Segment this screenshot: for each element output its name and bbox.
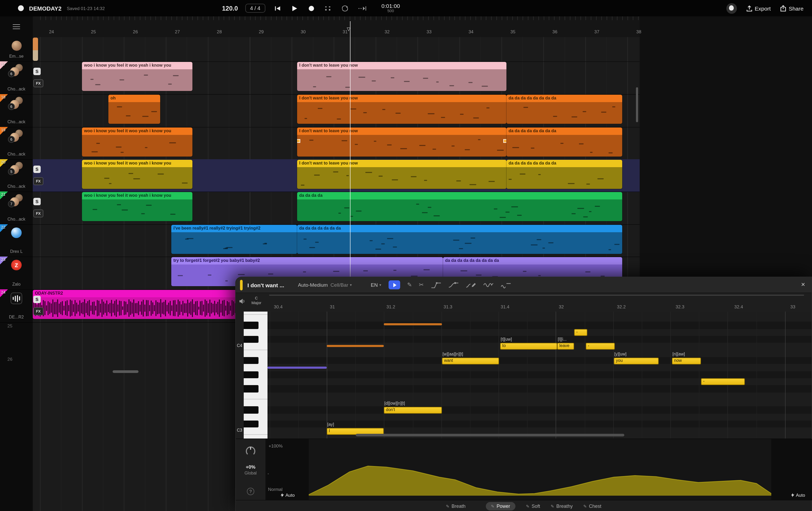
track-avatar[interactable]: 5	[10, 162, 23, 174]
clip[interactable]: I don't want to leave you now	[297, 62, 506, 91]
key-signature[interactable]: CMajor	[249, 296, 264, 306]
piano-key-b3[interactable]	[244, 350, 267, 357]
clip[interactable]	[33, 37, 38, 61]
piano-key-d3[interactable]	[244, 413, 267, 421]
piano-key-c3[interactable]	[244, 427, 267, 435]
pencil-tool-icon[interactable]: ✎	[407, 281, 412, 288]
parameter-knob[interactable]	[246, 447, 255, 456]
mode-button-breath[interactable]: ✎Breath	[446, 504, 465, 509]
solo-button[interactable]: S	[33, 198, 41, 205]
account-avatar[interactable]	[726, 3, 737, 14]
clip[interactable]: i've been really#1 really#2 trying#1 try…	[171, 225, 297, 254]
mode-button-chest[interactable]: ✎Chest	[583, 504, 601, 509]
close-icon[interactable]: ×	[801, 280, 805, 288]
loop-icon[interactable]	[340, 3, 350, 13]
phoneme-label[interactable]: [l][i...	[558, 337, 567, 342]
phoneme-label[interactable]: [n][aw]	[672, 352, 685, 356]
tempo-display[interactable]: 120.0	[222, 4, 238, 12]
clip[interactable]: da da da da da da da da	[506, 95, 622, 124]
metronome-grid-icon[interactable]	[323, 3, 333, 13]
piano-key-g3[interactable]	[244, 378, 267, 385]
track-avatar[interactable]: 6	[10, 130, 23, 142]
clip[interactable]: da da da da	[297, 192, 622, 221]
solo-button[interactable]: S	[33, 68, 41, 75]
fx-button[interactable]: FX	[33, 307, 44, 315]
piano-key-cs3[interactable]	[244, 421, 267, 428]
auto-button-left[interactable]: Auto	[281, 492, 295, 498]
note[interactable]: leave	[557, 343, 574, 349]
piano-key-ds3[interactable]	[244, 406, 267, 413]
note[interactable]: now	[672, 357, 701, 364]
note[interactable]: want	[442, 357, 499, 364]
clip[interactable]: ODAY-INSTR2	[33, 290, 255, 319]
track-header[interactable]: 217Cho...ack	[0, 191, 33, 225]
timeline-ruler[interactable]: 242526272829303132333435363738	[33, 17, 640, 37]
track-header[interactable]: 24DE...R2	[0, 289, 33, 323]
track-row[interactable]: woo i know you feel it woo yeah i know y…	[33, 159, 640, 192]
track-row[interactable]: woo i know you feel it woo yeah i know y…	[33, 191, 640, 225]
note[interactable]: you	[614, 357, 659, 364]
piano-key-ds4[interactable]	[244, 322, 267, 329]
phoneme-label[interactable]: [t][uw]	[501, 337, 512, 342]
clip[interactable]: da da da da da da da da	[506, 128, 622, 157]
scissors-tool-icon[interactable]: ✂	[419, 281, 424, 288]
auto-button-right[interactable]: Auto	[791, 492, 805, 498]
time-signature[interactable]: 4 / 4	[245, 4, 265, 13]
editor-play-button[interactable]	[388, 280, 400, 289]
piano-key-e3[interactable]	[244, 399, 267, 406]
vertical-scrollbar[interactable]	[636, 87, 638, 122]
track-header[interactable]: 23ZZalo	[0, 257, 33, 290]
piano-key-b2[interactable]	[244, 435, 267, 438]
track-header[interactable]: 196Cho...ack	[0, 127, 33, 160]
playhead-marker-icon[interactable]: ▽	[347, 26, 350, 32]
pitch-flatten-tool-icon[interactable]	[500, 281, 511, 289]
pitch-draw-tool-icon[interactable]	[465, 281, 476, 289]
note[interactable]: -	[701, 378, 745, 385]
mode-button-power[interactable]: ✎Power	[486, 502, 515, 510]
track-row[interactable]: ohI don't want to leave you nowda da da …	[33, 94, 640, 128]
piano-key-cs4[interactable]	[244, 336, 267, 343]
track-row[interactable]: woo i know you feel it woo yeah i know y…	[33, 127, 640, 160]
mode-button-breathy[interactable]: ✎Breathy	[551, 504, 573, 509]
editor-top-scrollbar[interactable]	[269, 295, 804, 296]
clip[interactable]: oh	[108, 95, 160, 124]
clip[interactable]: woo i know you feel it woo yeah i know y…	[82, 62, 193, 91]
clip-handle-left[interactable]	[297, 139, 300, 143]
clip[interactable]: da da da da da da da da	[506, 160, 622, 189]
skip-back-button[interactable]	[272, 3, 282, 13]
clip[interactable]: I don't want to leave you now	[297, 95, 506, 124]
apple-menu-icon[interactable]	[18, 5, 24, 11]
track-header[interactable]: 176Cho...ack	[0, 61, 33, 95]
dynamics-graph[interactable]: +100% - Normal Auto Auto	[266, 439, 812, 501]
clip[interactable]: I don't want to leave you now	[297, 128, 506, 157]
clip[interactable]: woo i know you feel it woo yeah i know y…	[82, 160, 193, 189]
piano-key-d4[interactable]	[244, 329, 267, 336]
track-avatar[interactable]: 6	[10, 97, 23, 109]
fx-button[interactable]: FX	[33, 79, 44, 87]
piano-keyboard[interactable]	[244, 312, 268, 438]
phoneme-label[interactable]: [ay]	[327, 422, 334, 427]
fx-button[interactable]: FX	[33, 177, 44, 185]
editor-ruler[interactable]: CMajor 30.43131.231.331.43232.232.332.43…	[236, 293, 811, 312]
solo-button[interactable]: S	[33, 296, 41, 303]
help-icon[interactable]: ?	[247, 488, 254, 495]
follow-playhead-icon[interactable]	[357, 3, 367, 13]
track-row[interactable]: woo i know you feel it woo yeah i know y…	[33, 61, 640, 95]
language-dropdown[interactable]: EN	[371, 282, 378, 288]
note[interactable]: to	[500, 343, 557, 349]
track-header[interactable]: 22Drex L	[0, 224, 33, 257]
phoneme-label[interactable]: [d][ow][n][t]	[384, 401, 405, 406]
track-row[interactable]	[33, 37, 640, 62]
record-button[interactable]	[306, 3, 316, 13]
track-row[interactable]: i've been really#1 really#2 trying#1 try…	[33, 224, 640, 257]
track-avatar[interactable]: Z	[10, 259, 23, 271]
note[interactable]: -	[574, 329, 587, 335]
piano-key-a3[interactable]	[244, 364, 267, 371]
note[interactable]: -	[586, 343, 615, 349]
piano-key-fs3[interactable]	[244, 385, 267, 392]
clip-handle-right[interactable]	[503, 139, 506, 143]
note[interactable]: don't	[384, 407, 442, 413]
clip[interactable]: da da da da da da da	[297, 225, 622, 254]
time-display[interactable]: 0:01:00 500	[381, 3, 400, 13]
note-grid[interactable]: [ay]I[d][ow][n][t]don't[w][aa][n][t]want…	[267, 312, 811, 438]
